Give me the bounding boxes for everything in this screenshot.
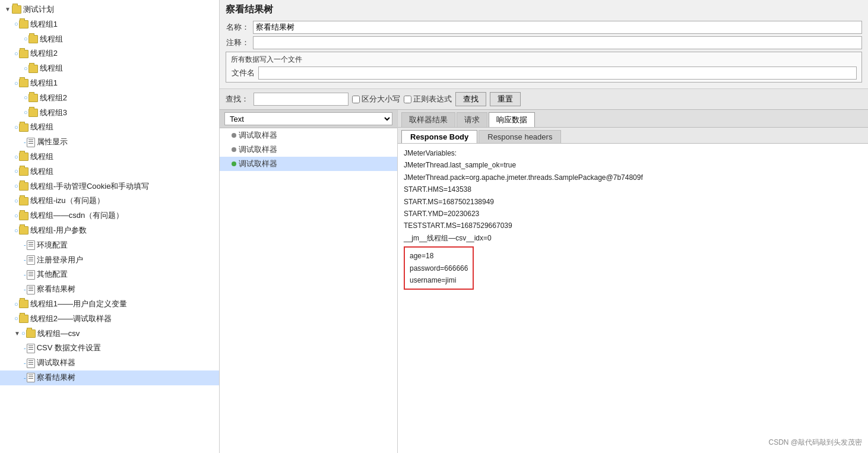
- connector-icon: -: [24, 137, 26, 148]
- search-area: 查找： 区分大小写 正则表达式 查找 重置: [220, 89, 868, 110]
- sidebar-item[interactable]: - 察看结果树: [0, 282, 219, 297]
- folder-icon: [19, 79, 28, 87]
- connector-icon: ○: [21, 328, 26, 339]
- regex-checkbox-label[interactable]: 正则表达式: [404, 94, 452, 104]
- comment-row: 注释：: [226, 36, 862, 49]
- sidebar-item-csv-result[interactable]: - 察看结果树: [0, 370, 219, 385]
- result-tree: Text 调试取样器 调试取样器 调试取样器: [220, 110, 398, 453]
- sidebar-item-csv-file[interactable]: - CSV 数据文件设置: [0, 341, 219, 356]
- folder-icon: [28, 94, 38, 102]
- detail-line: JMeterThread.pack=org.apache.jmeter.thre…: [404, 172, 862, 183]
- detail-line: JMeterThread.last_sample_ok=true: [404, 159, 862, 171]
- folder-icon: [19, 300, 28, 308]
- sidebar-item-label: 察看结果树: [37, 372, 75, 384]
- expand-icon: ▼: [14, 329, 20, 338]
- sidebar-item[interactable]: - 注册登录用户: [0, 253, 219, 268]
- status-dot: [232, 161, 236, 166]
- detail-line: __jm__线程组—csv__idx=0: [404, 232, 862, 244]
- sample-item-3[interactable]: 调试取样器: [220, 157, 397, 171]
- doc-icon: [27, 359, 35, 368]
- subtab-response-body[interactable]: Response Body: [401, 130, 477, 143]
- name-input[interactable]: [253, 21, 862, 34]
- comment-label: 注释：: [226, 37, 249, 48]
- file-section: 所有数据写入一个文件 文件名: [226, 52, 862, 83]
- sub-tabs: Response Body Response headers: [398, 128, 868, 144]
- sidebar-root[interactable]: ▼ 测试计划: [0, 2, 219, 17]
- sidebar-item-label: 线程组-手动管理Cookie和手动填写: [30, 180, 150, 193]
- sidebar-item[interactable]: ○ 线程组2——调试取样器: [0, 312, 219, 327]
- sidebar-item[interactable]: ○ 线程组3: [0, 106, 219, 121]
- sidebar-item-label: 线程组-izu（有问题）: [30, 195, 104, 207]
- case-label: 区分大小写: [362, 94, 400, 104]
- tab-response-data[interactable]: 响应数据: [489, 112, 535, 127]
- connector-icon: ○: [14, 152, 18, 163]
- sidebar-item[interactable]: ○ 线程组-用户参数: [0, 223, 219, 238]
- sidebar-item[interactable]: - 其他配置: [0, 267, 219, 282]
- highlight-line: password=666666: [410, 262, 468, 274]
- subtab-response-body-label: Response Body: [410, 132, 468, 141]
- connector-icon: -: [24, 284, 26, 295]
- sidebar-item[interactable]: ○ 线程组——csdn（有问题）: [0, 208, 219, 223]
- tab-response-data-label: 响应数据: [496, 115, 527, 124]
- tab-sampler-result[interactable]: 取样器结果: [401, 112, 455, 127]
- sidebar-item[interactable]: ○ 线程组1: [0, 76, 219, 91]
- case-checkbox[interactable]: [352, 96, 360, 103]
- sidebar-item-csv[interactable]: ▼ ○ 线程组—csv: [0, 327, 219, 341]
- connector-icon: ○: [14, 313, 18, 324]
- tab-request[interactable]: 请求: [457, 112, 487, 127]
- sidebar-item-label: 线程组: [30, 121, 53, 134]
- sidebar-item[interactable]: ○ 线程组2: [0, 46, 219, 61]
- connector-icon: ○: [14, 49, 18, 59]
- sidebar-item-label: 察看结果树: [37, 283, 75, 296]
- sidebar-item-csv-debug[interactable]: - 调试取样器: [0, 356, 219, 370]
- tab-sampler-result-label: 取样器结果: [409, 115, 448, 124]
- sidebar-item[interactable]: ○ 线程组-手动管理Cookie和手动填写: [0, 179, 219, 194]
- sidebar-item[interactable]: ○ 线程组1——用户自定义变量: [0, 297, 219, 312]
- doc-icon: [27, 240, 35, 250]
- detail-line: START.HMS=143538: [404, 183, 862, 195]
- status-dot: [232, 133, 236, 138]
- sample-label: 调试取样器: [239, 144, 277, 155]
- status-dot: [232, 147, 236, 152]
- connector-icon: -: [24, 373, 26, 384]
- file-input[interactable]: [258, 66, 857, 80]
- sidebar-item-label: 线程组: [40, 62, 63, 75]
- highlight-line: age=18: [410, 250, 468, 262]
- sidebar-item[interactable]: ○ 线程组-izu（有问题）: [0, 194, 219, 208]
- sidebar-item-label: 线程组: [40, 33, 63, 46]
- comment-input[interactable]: [253, 36, 862, 49]
- sidebar-item[interactable]: ○ 线程组1: [0, 17, 219, 32]
- sidebar-item[interactable]: ○ 线程组: [0, 164, 219, 179]
- name-row: 名称：: [226, 21, 862, 34]
- sidebar-item[interactable]: ○ 线程组2: [0, 91, 219, 106]
- doc-icon: [27, 373, 35, 382]
- sidebar-item[interactable]: - 环境配置: [0, 238, 219, 253]
- connector-icon: ○: [14, 181, 18, 192]
- detail-line: TESTSTART.MS=1687529667039: [404, 220, 862, 232]
- text-format-select[interactable]: Text: [224, 112, 392, 125]
- sample-item-1[interactable]: 调试取样器: [220, 128, 397, 142]
- find-button[interactable]: 查找: [455, 92, 486, 106]
- sidebar-item[interactable]: ○ 线程组: [0, 32, 219, 47]
- sidebar-item-label: 线程组: [30, 166, 53, 178]
- connector-icon: ○: [14, 122, 18, 133]
- doc-icon: [27, 255, 35, 265]
- results-area: Text 调试取样器 调试取样器 调试取样器 取样器结果: [220, 110, 868, 453]
- sidebar-item[interactable]: ○ 线程组: [0, 120, 219, 135]
- subtab-response-headers[interactable]: Response headers: [479, 130, 561, 143]
- sample-item-2[interactable]: 调试取样器: [220, 142, 397, 157]
- file-row: 文件名: [231, 66, 857, 80]
- folder-icon: [19, 212, 28, 220]
- sidebar-item[interactable]: - 属性显示: [0, 135, 219, 150]
- reset-button[interactable]: 重置: [490, 92, 521, 106]
- case-checkbox-label[interactable]: 区分大小写: [352, 94, 400, 104]
- search-input[interactable]: [254, 93, 349, 106]
- sidebar-item-label: 线程组: [30, 151, 53, 163]
- regex-checkbox[interactable]: [404, 96, 411, 103]
- result-tree-header: Text: [220, 110, 397, 128]
- sidebar-item-label: 注册登录用户: [37, 254, 83, 267]
- regex-label: 正则表达式: [413, 94, 452, 104]
- sidebar-item[interactable]: ○ 线程组: [0, 61, 219, 76]
- section-title: 所有数据写入一个文件: [231, 55, 857, 65]
- sidebar-item[interactable]: ○ 线程组: [0, 150, 219, 164]
